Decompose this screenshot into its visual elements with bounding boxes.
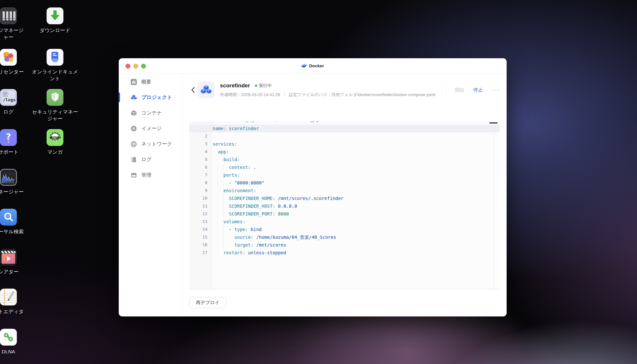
- project-name: scorefinder: [220, 83, 250, 89]
- code-line-5: build:: [212, 156, 500, 163]
- line-number: 17: [189, 249, 211, 257]
- desktop-icon-resource-manager[interactable]: [0, 169, 17, 186]
- image-icon: [131, 126, 137, 132]
- line-number: 7: [189, 171, 211, 179]
- desktop-icon-label-resource-manager: マネージャー: [0, 188, 33, 195]
- start-button[interactable]: 開始: [455, 87, 465, 93]
- code-line-6: context: .: [212, 163, 500, 171]
- desktop-icon-download[interactable]: [47, 7, 63, 24]
- compose-editor[interactable]: 1234567891011121314151617 name: scorefin…: [189, 122, 500, 289]
- log-icon: [131, 157, 137, 163]
- sidebar-item-label: プロジェクト: [141, 94, 172, 101]
- svg-text:/logs: /logs: [3, 97, 16, 102]
- line-number: 15: [189, 233, 211, 241]
- desktop-icon-universal-search[interactable]: [0, 209, 17, 226]
- status-badge: 実行中: [255, 83, 272, 89]
- code-line-15: source: /home/kazuma/04_音楽/40_Scores: [212, 233, 500, 241]
- code-line-16: target: /mnt/scores: [212, 241, 500, 249]
- project-icon: [198, 82, 214, 98]
- sidebar-item-project[interactable]: プロジェクト: [119, 90, 182, 105]
- code-line-1: name: scorefinder: [212, 125, 500, 132]
- line-number: 16: [189, 241, 211, 249]
- project-header: scorefinder 実行中 作成時間：2026-03-20 14:41:26…: [189, 81, 500, 99]
- code-line-9: environment:: [212, 187, 500, 194]
- close-button[interactable]: [126, 64, 130, 69]
- line-number: 10: [189, 194, 211, 202]
- code-line-14: - type: bind: [212, 226, 500, 233]
- zoom-button[interactable]: [141, 64, 146, 69]
- desktop-icon-text-editor[interactable]: [0, 289, 17, 305]
- desktop-icon-label-security-manager: セキュリティマネー ジャー: [30, 108, 80, 122]
- back-button[interactable]: [189, 82, 196, 98]
- line-number: 9: [189, 187, 211, 194]
- main-panel: scorefinder 実行中 作成時間：2026-03-20 14:41:26…: [182, 73, 507, 316]
- desktop-icon-label-online-document: オンラインドキュメ ント: [30, 68, 80, 82]
- code-line-7: ports:: [212, 171, 500, 179]
- meta-divider: [284, 92, 285, 97]
- desktop-icon-label-app-center: プリセンター: [0, 68, 33, 75]
- stop-button[interactable]: 停止: [473, 87, 483, 93]
- desktop-icon-storage-manager[interactable]: [0, 7, 17, 24]
- line-number: 4: [189, 148, 211, 156]
- overview-icon: [131, 79, 137, 85]
- sidebar-item-label: イメージ: [141, 125, 162, 132]
- minimize-button[interactable]: [133, 64, 138, 69]
- line-number: 6: [189, 163, 211, 171]
- code-line-17: restart: unless-stopped: [212, 249, 500, 257]
- code-line-2: [212, 132, 500, 140]
- desktop: { "desktop": { "icons": [ {"id":"storage…: [0, 0, 637, 364]
- container-icon: [131, 110, 137, 116]
- line-number: 5: [189, 156, 211, 163]
- desktop-icon-theater[interactable]: [0, 249, 17, 266]
- line-number: 2: [189, 132, 211, 140]
- network-icon: [131, 141, 137, 147]
- sidebar-item-manage[interactable]: 管理: [119, 167, 182, 183]
- desktop-icon-label-support: サポート: [0, 149, 33, 155]
- status-text: 実行中: [259, 83, 272, 89]
- sidebar-item-container[interactable]: コンテナ: [119, 105, 182, 121]
- sidebar-item-label: ネットワーク: [141, 141, 172, 148]
- desktop-icon-online-document[interactable]: [47, 49, 63, 66]
- window-title: Docker: [309, 63, 324, 68]
- scrollbar-track[interactable]: [494, 122, 494, 289]
- line-number: 11: [189, 202, 211, 210]
- code-line-12: SCOREFINDER_PORT: 8000: [212, 210, 500, 218]
- sidebar-item-label: 管理: [141, 172, 151, 179]
- desktop-icon-label-dlna: DLNA: [0, 348, 33, 355]
- actions-divider: [446, 84, 446, 96]
- code-line-10: SCOREFINDER_HOME: /mnt/scores/.scorefind…: [212, 194, 500, 202]
- svg-text:WOW!: WOW!: [49, 136, 61, 139]
- more-menu-button[interactable]: ···: [492, 88, 500, 92]
- config-path: 設定ファイルのパス：共有フォルダ/docker/scorefinder/dock…: [289, 92, 435, 98]
- desktop-icon-log[interactable]: /logs: [0, 89, 17, 106]
- sidebar-item-label: コンテナ: [141, 110, 162, 116]
- code-area[interactable]: name: scorefinderservices: app: build: c…: [212, 122, 500, 289]
- line-number-gutter: 1234567891011121314151617: [189, 122, 212, 289]
- desktop-icon-manga[interactable]: WOW!: [47, 129, 63, 146]
- desktop-icon-label-download: ダウンロード: [30, 27, 80, 34]
- docker-whale-icon: [302, 63, 307, 68]
- sidebar-item-overview[interactable]: 概要: [119, 74, 182, 90]
- docker-window: Docker 概要プロジェクトコンテナイメージネットワークログ管理: [119, 58, 507, 316]
- redeploy-button[interactable]: 再デプロイ: [189, 297, 226, 308]
- code-line-11: SCOREFINDER_HOST: 0.0.0.0: [212, 202, 500, 210]
- created-time: 作成時間：2026-03-20 14:41:26: [220, 92, 280, 98]
- manage-icon: [131, 172, 137, 178]
- code-line-4: app:: [212, 148, 500, 156]
- sidebar-item-log[interactable]: ログ: [119, 152, 182, 167]
- sidebar-item-network[interactable]: ネットワーク: [119, 136, 182, 152]
- line-number: 8: [189, 179, 211, 187]
- project-icon: [131, 94, 137, 101]
- desktop-icon-app-center[interactable]: [0, 49, 17, 66]
- desktop-icon-support[interactable]: ?: [0, 129, 17, 146]
- sidebar-item-label: ログ: [141, 156, 152, 163]
- scrollbar-thumb[interactable]: [489, 122, 498, 124]
- traffic-lights: [126, 64, 146, 69]
- desktop-icon-label-manga: マンガ: [30, 149, 80, 155]
- desktop-icon-dlna[interactable]: [0, 329, 17, 346]
- svg-text:?: ?: [6, 132, 11, 142]
- sidebar-item-image[interactable]: イメージ: [119, 121, 182, 136]
- desktop-icon-label-log: ログ: [0, 108, 33, 115]
- titlebar[interactable]: Docker: [119, 58, 507, 73]
- desktop-icon-security-manager[interactable]: [47, 89, 63, 106]
